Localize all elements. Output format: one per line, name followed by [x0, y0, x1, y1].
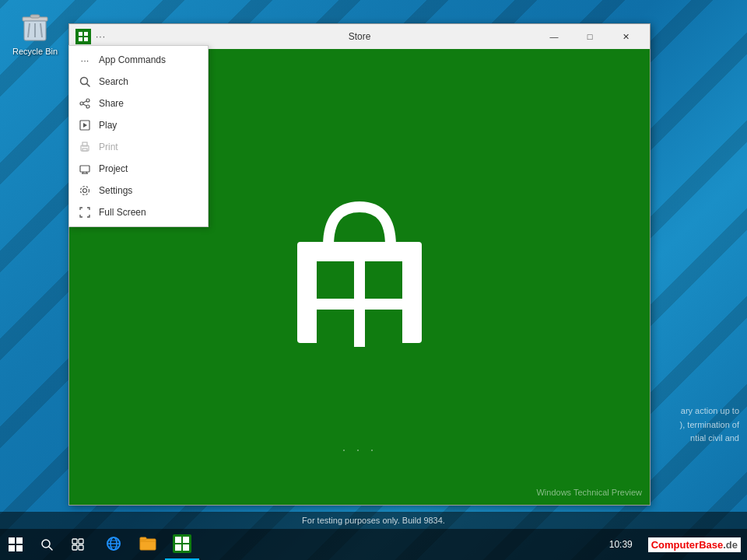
- svg-rect-11: [84, 37, 88, 41]
- taskbar-apps: [93, 529, 603, 560]
- project-label: Project: [99, 163, 128, 174]
- svg-rect-13: [317, 261, 354, 299]
- taskbar-tray: 10:39 ComputerBase.de: [603, 533, 747, 556]
- overlay-line3: ntial civil and: [680, 432, 739, 446]
- windows-logo-icon: [9, 537, 23, 551]
- full-screen-icon: [79, 206, 91, 219]
- settings-label: Settings: [99, 185, 132, 196]
- recycle-bin-label: Recycle Bin: [12, 47, 58, 56]
- taskbar: 10:39 ComputerBase.de: [0, 529, 747, 560]
- settings-icon: [79, 184, 91, 197]
- taskbar-search-button[interactable]: [31, 529, 62, 560]
- svg-point-35: [83, 189, 87, 193]
- menu-item-settings[interactable]: Settings: [69, 180, 208, 201]
- app-commands-label: App Commands: [99, 54, 166, 65]
- svg-rect-49: [140, 537, 146, 540]
- svg-rect-31: [80, 166, 89, 172]
- svg-point-36: [81, 187, 89, 195]
- menu-item-project[interactable]: Project: [69, 158, 208, 180]
- svg-rect-16: [365, 310, 402, 347]
- recycle-bin-icon: [19, 9, 51, 44]
- share-icon: [79, 97, 91, 110]
- svg-point-22: [80, 102, 83, 105]
- context-menu: ··· App Commands Search Share: [68, 45, 209, 227]
- watermark: Windows Technical Preview: [536, 488, 642, 497]
- svg-rect-15: [317, 310, 354, 347]
- print-label: Print: [99, 142, 118, 152]
- svg-rect-48: [140, 539, 156, 550]
- store-logo: [282, 184, 437, 347]
- recycle-bin[interactable]: Recycle Bin: [6, 6, 64, 59]
- svg-rect-39: [72, 539, 77, 544]
- search-icon: [79, 75, 91, 88]
- menu-item-full-screen[interactable]: Full Screen: [69, 201, 208, 223]
- window-title: Store: [349, 31, 371, 42]
- svg-rect-2: [30, 15, 40, 18]
- svg-rect-8: [79, 32, 82, 36]
- titlebar-dots: ···: [96, 31, 106, 42]
- print-icon: [79, 141, 91, 153]
- svg-rect-51: [175, 537, 181, 543]
- svg-rect-52: [183, 537, 189, 543]
- menu-item-search[interactable]: Search: [69, 71, 208, 93]
- svg-line-38: [49, 547, 52, 550]
- svg-rect-30: [82, 149, 87, 151]
- taskbar-clock: 10:39: [609, 538, 633, 551]
- overlay-line2: ), termination of: [680, 418, 739, 432]
- svg-point-23: [86, 105, 89, 108]
- play-icon: [79, 119, 91, 131]
- status-text: For testing purposes only. Build 9834.: [302, 516, 445, 525]
- share-label: Share: [99, 98, 124, 109]
- menu-item-play[interactable]: Play: [69, 114, 208, 136]
- svg-point-21: [86, 99, 89, 102]
- titlebar-controls: — □ ✕: [536, 24, 644, 49]
- svg-rect-41: [72, 545, 77, 550]
- right-overlay: ary action up to ), termination of ntial…: [680, 404, 739, 446]
- svg-rect-14: [365, 261, 402, 299]
- taskbar-app-ie[interactable]: [96, 529, 131, 560]
- full-screen-label: Full Screen: [99, 207, 146, 218]
- store-title-icon: [75, 29, 91, 44]
- close-button[interactable]: ✕: [608, 24, 644, 49]
- menu-item-share[interactable]: Share: [69, 93, 208, 114]
- start-button[interactable]: [0, 529, 31, 560]
- svg-rect-9: [84, 32, 88, 36]
- maximize-button[interactable]: □: [572, 24, 608, 49]
- search-label: Search: [99, 76, 128, 87]
- svg-rect-6: [24, 20, 46, 40]
- minimize-button[interactable]: —: [536, 24, 572, 49]
- taskbar-app-store[interactable]: [165, 529, 199, 560]
- svg-line-24: [83, 101, 86, 103]
- app-commands-icon: ···: [79, 54, 91, 66]
- svg-marker-27: [83, 123, 87, 128]
- task-view-button[interactable]: [62, 529, 93, 560]
- svg-rect-40: [79, 539, 83, 544]
- menu-item-app-commands[interactable]: ··· App Commands: [69, 49, 208, 71]
- computerbase-logo: ComputerBase.de: [642, 533, 741, 556]
- project-icon: [79, 163, 91, 175]
- status-bar: For testing purposes only. Build 9834.: [0, 512, 747, 529]
- overlay-line1: ary action up to: [680, 404, 739, 418]
- svg-line-25: [83, 104, 86, 106]
- taskbar-app-explorer[interactable]: [131, 529, 165, 560]
- svg-rect-54: [183, 544, 189, 551]
- svg-rect-53: [175, 544, 181, 551]
- menu-item-print: Print: [69, 136, 208, 158]
- svg-rect-42: [79, 545, 83, 550]
- loading-indicator: · · ·: [342, 442, 377, 458]
- svg-rect-18: [297, 299, 422, 310]
- play-label: Play: [99, 120, 117, 131]
- svg-line-20: [87, 84, 90, 87]
- svg-rect-10: [79, 37, 82, 41]
